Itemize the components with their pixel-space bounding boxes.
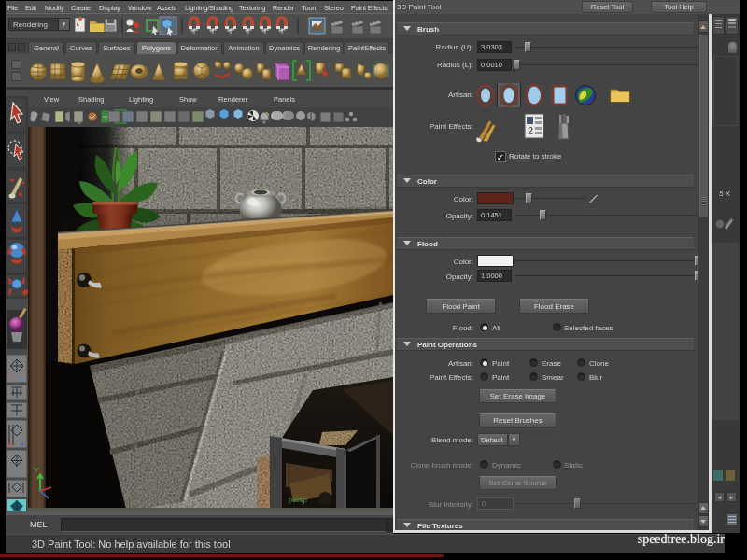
svg-text:persp: persp (289, 496, 308, 504)
svg-text:2: 2 (528, 125, 533, 136)
svg-text:Y: Y (34, 466, 39, 474)
